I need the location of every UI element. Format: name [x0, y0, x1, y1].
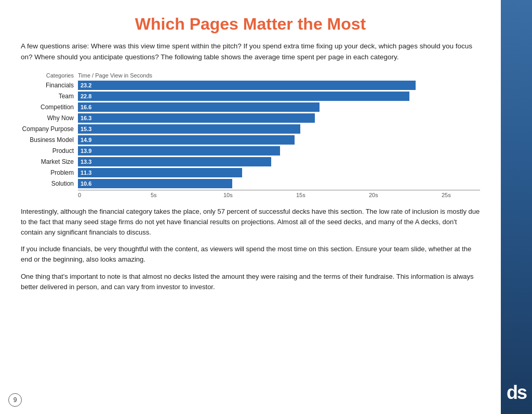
chart-row: Business Model14.9	[21, 135, 480, 145]
right-sidebar: ds	[501, 0, 532, 414]
bar: 14.9	[78, 135, 295, 145]
bar-label: Team	[21, 93, 78, 100]
bar-wrapper: 13.9	[78, 146, 480, 156]
bar-value: 10.6	[81, 180, 91, 187]
bar: 11.3	[78, 168, 242, 177]
bar-value: 22.8	[81, 93, 91, 99]
bar-wrapper: 22.8	[78, 92, 480, 101]
bar-value: 16.6	[81, 104, 91, 110]
bar-label: Competition	[21, 104, 78, 111]
bar: 13.3	[78, 157, 271, 166]
bar-wrapper: 10.6	[78, 179, 480, 188]
bars-container: Financials23.2Team22.8Competition16.6Why…	[21, 81, 480, 188]
chart-row: Competition16.6	[21, 102, 480, 112]
bar: 10.6	[78, 179, 232, 188]
chart-row: Team22.8	[21, 92, 480, 101]
bottom-paragraph: One thing that's important to note is th…	[21, 271, 480, 292]
x-tick: 10s	[223, 192, 296, 198]
bar-value: 14.9	[81, 137, 91, 143]
bar-value: 23.2	[81, 82, 91, 88]
paragraphs-container: Interestingly, although the financial ca…	[21, 206, 480, 292]
bar-value: 16.3	[81, 115, 91, 121]
bar-value: 11.3	[81, 170, 91, 176]
chart-container: Categories Time / Page View in Seconds F…	[21, 72, 480, 198]
bar-wrapper: 13.3	[78, 157, 480, 166]
chart-row: Why Now16.3	[21, 113, 480, 123]
bar-label: Company Purpose	[21, 125, 78, 133]
chart-row: Financials23.2	[21, 81, 480, 90]
x-tick: 25s	[442, 192, 451, 198]
bar-label: Market Size	[21, 158, 78, 165]
bar-label: Problem	[21, 169, 78, 176]
bar-wrapper: 23.2	[78, 81, 480, 90]
x-tick: 5s	[151, 192, 223, 198]
ds-logo: ds	[507, 382, 526, 404]
bar-value: 13.3	[81, 159, 91, 165]
x-tick: 0	[78, 192, 151, 198]
chart-row: Product13.9	[21, 146, 480, 156]
bar-wrapper: 15.3	[78, 124, 480, 134]
x-tick: 20s	[369, 192, 442, 198]
intro-text: A few questions arise: Where was this vi…	[21, 41, 480, 63]
bottom-paragraph: If you include financials, be very thoug…	[21, 244, 480, 265]
time-label: Time / Page View in Seconds	[78, 72, 152, 79]
bar-value: 13.9	[81, 148, 91, 154]
bar: 22.8	[78, 92, 409, 101]
bar-label: Solution	[21, 180, 78, 187]
bar: 16.6	[78, 102, 320, 112]
bar-label: Product	[21, 147, 78, 154]
bar: 16.3	[78, 113, 315, 123]
chart-row: Solution10.6	[21, 179, 480, 188]
bar: 23.2	[78, 81, 416, 90]
page-title: Which Pages Matter the Most	[21, 15, 480, 34]
x-axis: 05s10s15s20s25s	[78, 190, 480, 198]
bar: 15.3	[78, 124, 300, 134]
bar-label: Business Model	[21, 136, 78, 144]
bar-value: 15.3	[81, 126, 91, 132]
bar-wrapper: 16.3	[78, 113, 480, 123]
chart-row: Problem11.3	[21, 168, 480, 177]
bar-wrapper: 16.6	[78, 102, 480, 112]
bar-label: Why Now	[21, 114, 78, 122]
bottom-paragraph: Interestingly, although the financial ca…	[21, 206, 480, 238]
categories-label: Categories	[21, 72, 78, 79]
bar-label: Financials	[21, 82, 78, 89]
chart-header-row: Categories Time / Page View in Seconds	[21, 72, 480, 79]
chart-row: Company Purpose15.3	[21, 124, 480, 134]
bar-wrapper: 14.9	[78, 135, 480, 145]
page-number: 9	[8, 393, 22, 407]
main-content: Which Pages Matter the Most A few questi…	[0, 0, 501, 414]
bar: 13.9	[78, 146, 280, 156]
x-tick: 15s	[296, 192, 369, 198]
chart-row: Market Size13.3	[21, 157, 480, 166]
bar-wrapper: 11.3	[78, 168, 480, 177]
